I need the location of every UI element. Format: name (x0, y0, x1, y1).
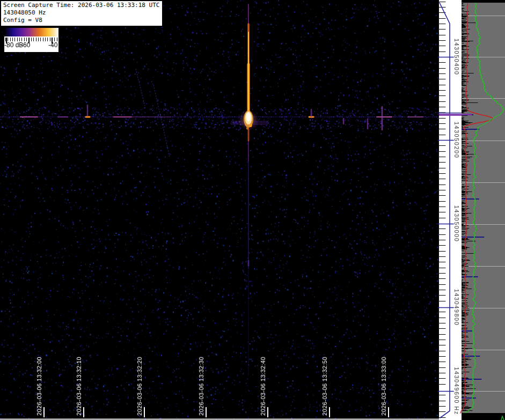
capture-info-box: Screen Capture Time: 2026-03-06 13:33:18… (0, 0, 163, 27)
frequency-label: 143050000 (453, 205, 460, 242)
time-tick (43, 407, 45, 417)
color-scale-legend: -80 dB -60 -40 (4, 28, 58, 52)
time-label: 2026-03-06 13:32:40 (260, 357, 266, 416)
time-label: 2026-03-06 13:32:20 (136, 357, 143, 416)
time-tick (206, 407, 207, 417)
time-label: 2026-03-06 13:32:50 (321, 357, 328, 416)
time-tick (83, 407, 84, 417)
center-frequency-text: 143048050 Hz (3, 9, 159, 17)
db-ruler: -80 dB -60 -40 (4, 36, 58, 52)
frequency-label: 143050200 (453, 122, 460, 159)
frequency-label: 143050400 (453, 39, 460, 76)
spectrum-lab-capture: Screen Capture Time: 2026-03-06 13:33:18… (0, 0, 505, 420)
time-label: 2026-03-06 13:32:10 (76, 357, 82, 416)
time-tick (144, 407, 145, 417)
db-ruler-ticks (5, 38, 57, 41)
capture-time-text: Screen Capture Time: 2026-03-06 13:33:18… (3, 2, 159, 9)
config-text: Config = V8 (3, 17, 159, 24)
frequency-label: 143049600 Hz (453, 367, 460, 415)
db-label-60: -60 (21, 41, 30, 49)
time-label: 2026-03-06 13:32:30 (198, 357, 204, 416)
time-label: 2026-03-06 13:32:00 (36, 357, 42, 416)
db-labels: -80 dB -60 -40 (4, 41, 58, 49)
time-label: 2026-03-06 13:33:00 (380, 357, 387, 416)
time-tick (267, 407, 268, 417)
time-tick (388, 407, 389, 417)
color-gradient-bar (4, 28, 58, 36)
frequency-label: 143049800 (453, 289, 460, 326)
time-tick (329, 407, 330, 417)
db-label-40: -40 (48, 41, 57, 49)
